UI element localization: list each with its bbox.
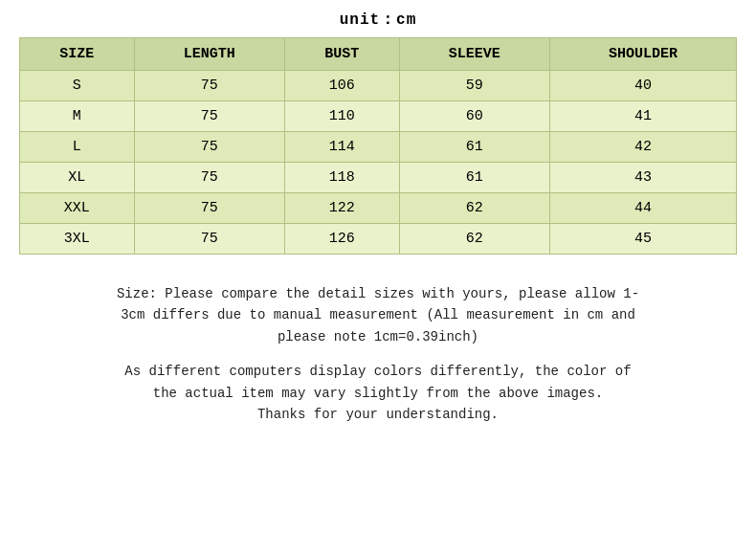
table-cell: 60	[399, 101, 549, 132]
col-header-shoulder: SHOULDER	[549, 38, 736, 71]
table-cell: 114	[284, 132, 399, 163]
table-cell: 40	[549, 71, 736, 101]
table-cell: 59	[399, 71, 549, 101]
col-header-length: LENGTH	[134, 38, 284, 71]
table-row: S751065940	[20, 71, 737, 101]
table-cell: 45	[549, 224, 736, 255]
table-cell: XL	[20, 163, 135, 193]
table-cell: L	[20, 132, 135, 163]
table-row: XL751186143	[20, 163, 737, 193]
table-cell: 122	[284, 193, 399, 224]
table-header-row: SIZE LENGTH BUST SLEEVE SHOULDER	[20, 38, 737, 71]
table-cell: 3XL	[20, 224, 135, 255]
table-row: L751146142	[20, 132, 737, 163]
table-cell: 118	[284, 163, 399, 193]
table-cell: 126	[284, 224, 399, 255]
color-note-block: As different computers display colors di…	[19, 361, 737, 425]
notes-section: Size: Please compare the detail sizes wi…	[19, 283, 737, 438]
col-header-sleeve: SLEEVE	[399, 38, 549, 71]
color-note-line3: Thanks for your understanding.	[19, 404, 737, 425]
table-cell: M	[20, 101, 135, 132]
color-note-line1: As different computers display colors di…	[19, 361, 737, 382]
size-table: SIZE LENGTH BUST SLEEVE SHOULDER S751065…	[19, 37, 737, 255]
table-row: M751106041	[20, 101, 737, 132]
table-row: XXL751226244	[20, 193, 737, 224]
col-header-bust: BUST	[284, 38, 399, 71]
color-note-line2: the actual item may vary slightly from t…	[19, 383, 737, 404]
size-note-line1: Size: Please compare the detail sizes wi…	[19, 283, 737, 304]
table-cell: XXL	[20, 193, 135, 224]
table-cell: 106	[284, 71, 399, 101]
table-cell: 75	[134, 101, 284, 132]
size-note-line3: please note 1cm=0.39inch)	[19, 326, 737, 347]
table-cell: 43	[549, 163, 736, 193]
table-row: 3XL751266245	[20, 224, 737, 255]
table-cell: 61	[399, 132, 549, 163]
table-cell: 62	[399, 224, 549, 255]
size-note-line2: 3cm differs due to manual measurement (A…	[19, 304, 737, 325]
table-cell: 62	[399, 193, 549, 224]
table-cell: 75	[134, 71, 284, 101]
table-cell: 42	[549, 132, 736, 163]
size-note-block: Size: Please compare the detail sizes wi…	[19, 283, 737, 347]
table-cell: 61	[399, 163, 549, 193]
table-cell: 75	[134, 224, 284, 255]
table-cell: S	[20, 71, 135, 101]
table-cell: 75	[134, 163, 284, 193]
col-header-size: SIZE	[20, 38, 135, 71]
table-cell: 75	[134, 132, 284, 163]
unit-label: unit：cm	[340, 10, 417, 30]
table-cell: 110	[284, 101, 399, 132]
table-cell: 75	[134, 193, 284, 224]
table-cell: 44	[549, 193, 736, 224]
table-cell: 41	[549, 101, 736, 132]
